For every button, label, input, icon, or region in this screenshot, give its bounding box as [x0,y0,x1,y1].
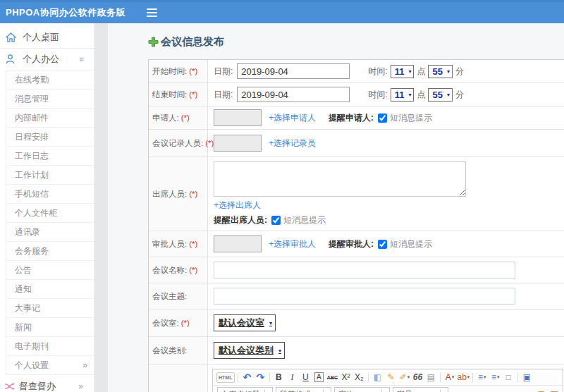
undo-icon[interactable]: ↶ [241,371,253,384]
attendees-textarea[interactable] [214,161,466,197]
form-row-start-time: 开始时间:(*) 日期: 时间: 11▾ 点 55▾ 分 [149,60,564,83]
font-size-select[interactable]: 字号▾ [393,387,448,392]
approver-input[interactable] [214,235,262,252]
clean-format-icon[interactable]: ✎ [385,371,397,384]
field-label: 申请人: [152,113,179,123]
sms-hint-label: 短消息提示 [390,238,432,250]
menu-schedule[interactable]: 日程安排 [6,127,94,146]
page: { "ui": { "caret": "▾", "chevron_double"… [0,0,564,392]
menu-personal-file-cabinet[interactable]: 个人文件柜 [6,203,94,222]
attendees-sms-checkbox[interactable] [271,216,281,225]
font-family-select[interactable]: 字体▾ [334,387,390,392]
bold-button[interactable]: B [273,371,285,384]
menu-announcement[interactable]: 公告 [6,260,94,279]
menu-online-attendance[interactable]: 在线考勤 [6,70,94,89]
submenu-item-label: 消息管理 [15,94,49,104]
format-painter-icon[interactable]: ✐▾ [398,371,410,384]
approver-sms-checkbox[interactable] [378,240,387,249]
paragraph-format-select[interactable]: 段落格式▾ [276,387,331,392]
menu-work-log[interactable]: 工作日志 [6,146,94,165]
unlink-icon[interactable]: ∞ [522,388,534,392]
applicant-input[interactable] [214,109,262,126]
submenu-item-label: 工作日志 [15,151,49,161]
choose-recorder-link[interactable]: +选择记录员 [269,137,316,149]
html-source-button[interactable]: HTML [216,372,235,383]
sidebar-item-personal-office[interactable]: 个人办公 » [0,49,94,70]
eraser-icon[interactable]: ◧ [372,371,384,384]
top-header: PHPOA协同办公软件政务版 [0,0,564,23]
italic-button[interactable]: I [286,371,298,384]
align-left-icon[interactable]: ≡ [455,388,467,392]
menu-message-management[interactable]: 消息管理 [6,89,94,108]
meeting-subject-input[interactable] [214,288,515,305]
ordered-list-button[interactable]: ≡▾ [476,371,488,384]
end-hour-select[interactable]: 11▾ [391,88,415,102]
menu-news[interactable]: 新闻 [6,317,94,336]
hamburger-menu-icon[interactable] [144,6,160,20]
main-content: 会议信息发布 开始时间:(*) 日期: 时间: 11▾ 点 55▾ 分 结束时间… [108,23,564,392]
unordered-list-button[interactable]: ≡▾ [489,371,501,384]
screenshot-icon[interactable]: ▦ [548,388,560,392]
align-right-icon[interactable]: ≡ [482,388,494,392]
custom-heading-select[interactable]: 自定义标题▾ [217,387,273,392]
recorder-input[interactable] [214,135,262,152]
form-row-meeting-category: 会议类别: 默认会议类别▾ [149,337,564,365]
field-label: 会议室: [152,318,179,329]
menu-work-plan[interactable]: 工作计划 [6,165,94,184]
font-color-button[interactable]: A▾ [443,371,455,384]
required-mark: (*) [189,190,197,198]
toolbar-separator [238,373,238,382]
page-title-text: 会议信息发布 [161,35,224,49]
redo-icon[interactable]: ↷ [255,371,266,384]
new-document-icon[interactable]: □ [503,371,515,384]
template-icon[interactable]: ▤ [425,371,437,384]
meeting-name-input[interactable] [214,262,515,278]
image-icon[interactable]: ▦ [535,388,547,392]
menu-notice[interactable]: 通知 [6,279,94,298]
date-label: 日期: [214,66,233,78]
menu-internal-mail[interactable]: 内部邮件 [6,108,94,127]
choose-approver-link[interactable]: +选择审批人 [269,238,316,250]
meeting-room-select[interactable]: 默认会议室▾ [214,314,276,331]
toolbar-separator [269,373,270,382]
sidebar-item-label: 督查督办 [19,380,56,392]
sidebar-item-supervision[interactable]: 督查督办 » [0,375,94,392]
start-minute-select[interactable]: 55▾ [428,65,452,78]
menu-e-journal[interactable]: 电子期刊 [6,336,94,355]
menu-memorabilia[interactable]: 大事记 [6,298,94,317]
align-center-icon[interactable]: ≡ [468,388,480,392]
start-date-input[interactable] [237,63,350,79]
start-hour-select[interactable]: 11▾ [391,65,415,78]
meeting-category-select[interactable]: 默认会议类别▾ [214,342,285,359]
toolbar-separator [440,373,441,382]
font-box-button[interactable]: A [313,371,325,384]
menu-mobile-sms[interactable]: 手机短信 [6,184,94,203]
field-label: 会议记录人员: [152,138,203,149]
submenu-item-label: 工作计划 [15,170,49,180]
menu-personal-settings[interactable]: 个人设置 » [6,355,94,374]
sidebar-item-personal-desktop[interactable]: 个人桌面 [0,27,94,49]
highlight-color-button[interactable]: ab▾ [457,371,470,384]
app-title: PHPOA协同办公软件政务版 [0,6,125,19]
underline-button[interactable]: U [300,371,312,384]
blockquote-button[interactable]: 66 [412,371,424,384]
subscript-button[interactable]: X₂ [353,371,365,384]
toolbar-separator [368,373,369,382]
end-minute-select[interactable]: 55▾ [428,88,452,102]
choose-attendees-link[interactable]: +选择出席人 [214,200,261,212]
fullscreen-icon[interactable]: ▣ [521,371,533,384]
applicant-sms-checkbox[interactable] [378,114,387,123]
choose-applicant-link[interactable]: +选择申请人 [269,112,316,124]
link-icon[interactable]: ∞ [508,388,520,392]
strikethrough-button[interactable]: ABC [326,371,338,384]
form-row-content-editor: HTML ↶ ↷ B I [149,365,564,392]
hour-unit-label: 点 [417,66,425,78]
align-justify-icon[interactable]: ≡ [495,388,507,392]
toolbar-separator [472,373,473,382]
form-row-recorder: 会议记录人员:(*) +选择记录员 [149,130,564,157]
menu-conference-service[interactable]: 会务服务 [6,241,94,260]
end-date-input[interactable] [237,87,350,102]
menu-contacts[interactable]: 通讯录 [6,222,94,241]
sidebar-item-label: 个人桌面 [23,31,59,44]
superscript-button[interactable]: X² [340,371,352,384]
